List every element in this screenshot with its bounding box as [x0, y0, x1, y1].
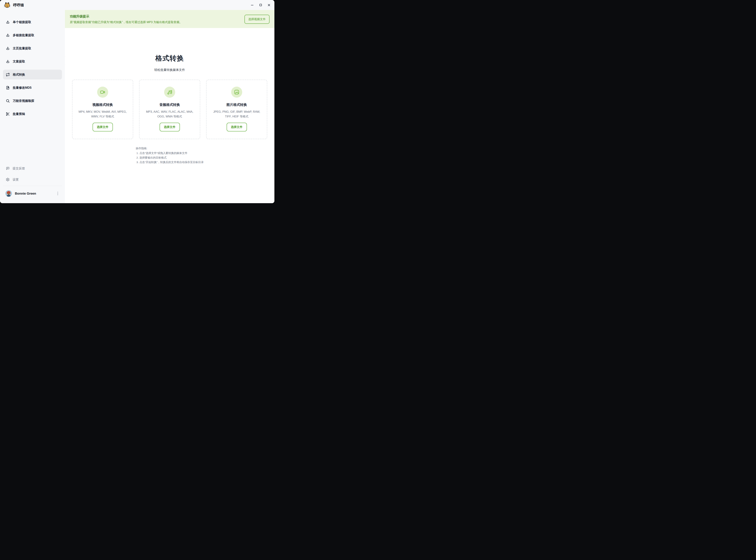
video-convert-card: 视频格式转换 MP4, MKV, MOV, WebM, AVI, MPEG, W… — [72, 80, 133, 139]
card-desc: MP3, AAC, WAV, FLAC, ALAC, M4A, OGG, WMA… — [143, 109, 196, 119]
app-window: 哼哼猫 单个链接提取 — [0, 0, 274, 203]
card-title: 视频格式转换 — [76, 102, 129, 107]
sidebar: 单个链接提取 多链接批量提取 主页批量提取 — [0, 10, 65, 203]
minimize-button[interactable] — [251, 3, 254, 7]
card-desc: JPEG, PNG, GIF, BMP, WebP, RAW, TIFF, HE… — [210, 109, 263, 119]
search-icon — [6, 99, 10, 103]
close-button[interactable] — [267, 3, 271, 7]
guide-step: 1. 点击“选择文件”或拖入要转换的媒体文件 — [136, 151, 203, 155]
sidebar-item-media-sniffer[interactable]: 万能音视频嗅探 — [3, 96, 62, 106]
guide-step: 3. 点击“开始转换”，转换后的文件将自动保存至目标目录 — [136, 160, 203, 164]
settings-item[interactable]: 设置 — [3, 175, 62, 184]
feedback-icon — [6, 166, 9, 170]
card-desc: MP4, MKV, MOV, WebM, AVI, MPEG, WMV, FLV… — [76, 109, 129, 119]
sidebar-item-label: 批量修改MD5 — [13, 85, 32, 90]
download-icon — [6, 33, 10, 37]
window-controls — [251, 3, 271, 7]
image-convert-card: 图片格式转换 JPEG, PNG, GIF, BMP, WebP, RAW, T… — [206, 80, 267, 139]
select-file-button-audio[interactable]: 选择文件 — [160, 123, 180, 132]
feedback-label: 提交反馈 — [13, 166, 25, 171]
select-video-file-button[interactable]: 选择视频文件 — [244, 15, 270, 24]
select-file-button-video[interactable]: 选择文件 — [93, 123, 113, 132]
sidebar-footer: 提交反馈 设置 Bonnie Green — [0, 163, 65, 203]
video-icon — [97, 87, 108, 98]
converter-cards: 视频格式转换 MP4, MKV, MOV, WebM, AVI, MPEG, W… — [72, 80, 267, 139]
sidebar-item-label: 格式转换 — [13, 73, 25, 77]
sidebar-item-multi-link-batch-extract[interactable]: 多链接批量提取 — [3, 30, 62, 40]
app-body: 单个链接提取 多链接批量提取 主页批量提取 — [0, 10, 274, 203]
audio-convert-card: 音频格式转换 MP3, AAC, WAV, FLAC, ALAC, M4A, O… — [139, 80, 200, 139]
banner-title: 功能升级提示 — [70, 14, 240, 19]
feedback-item[interactable]: 提交反馈 — [3, 163, 62, 173]
maximize-icon — [260, 4, 262, 6]
sidebar-item-format-convert[interactable]: 格式转换 — [3, 69, 62, 79]
image-icon — [231, 87, 242, 98]
sidebar-nav: 单个链接提取 多链接批量提取 主页批量提取 — [0, 10, 65, 122]
music-icon — [164, 87, 175, 98]
operation-guide: 操作指南: 1. 点击“选择文件”或拖入要转换的媒体文件 2. 选择要输出的目标… — [136, 146, 203, 164]
guide-heading: 操作指南: — [136, 146, 203, 151]
maximize-button[interactable] — [259, 3, 262, 7]
sidebar-item-label: 主页批量提取 — [13, 46, 31, 51]
sidebar-item-homepage-batch-extract[interactable]: 主页批量提取 — [3, 43, 62, 53]
select-file-button-image[interactable]: 选择文件 — [226, 123, 247, 132]
upgrade-banner: 功能升级提示 原“视频提取音频”功能已升级为“格式转换”，现在可通过选择 MP3… — [65, 10, 274, 28]
repeat-icon — [6, 73, 10, 77]
avatar — [5, 190, 12, 197]
card-title: 图片格式转换 — [210, 102, 263, 107]
titlebar: 哼哼猫 — [0, 0, 274, 10]
sidebar-item-label: 多链接批量提取 — [13, 33, 34, 37]
sidebar-item-batch-modify-md5[interactable]: 批量修改MD5 — [3, 83, 62, 93]
sidebar-item-batch-clip[interactable]: 批量剪辑 — [3, 109, 62, 119]
app-title: 哼哼猫 — [13, 3, 24, 7]
sidebar-item-label: 单个链接提取 — [13, 20, 31, 24]
card-title: 音频格式转换 — [143, 102, 196, 107]
user-profile[interactable]: Bonnie Green — [3, 186, 62, 203]
user-name: Bonnie Green — [15, 192, 36, 196]
file-edit-icon — [6, 86, 10, 90]
sidebar-item-label: 文案提取 — [13, 59, 25, 63]
banner-text: 功能升级提示 原“视频提取音频”功能已升级为“格式转换”，现在可通过选择 MP3… — [70, 14, 240, 24]
gear-icon — [6, 178, 9, 181]
download-icon — [6, 20, 10, 24]
sidebar-item-label: 批量剪辑 — [13, 112, 25, 116]
main-content: 功能升级提示 原“视频提取音频”功能已升级为“格式转换”，现在可通过选择 MP3… — [65, 10, 274, 203]
page-subtitle: 轻松批量转换媒体文件 — [65, 68, 274, 72]
sidebar-item-label: 万能音视频嗅探 — [13, 99, 34, 103]
app-logo-cat-icon — [4, 2, 11, 8]
banner-message: 原“视频提取音频”功能已升级为“格式转换”，现在可通过选择 MP3 为输出格式提… — [70, 20, 240, 24]
kebab-menu-icon[interactable] — [55, 191, 61, 197]
page-title: 格式转换 — [65, 54, 274, 63]
sidebar-item-single-link-extract[interactable]: 单个链接提取 — [3, 17, 62, 27]
sidebar-item-copy-extract[interactable]: 文案提取 — [3, 57, 62, 66]
download-icon — [6, 46, 10, 51]
download-icon — [6, 60, 10, 63]
scissors-icon — [6, 112, 10, 116]
settings-label: 设置 — [13, 177, 19, 182]
guide-step: 2. 选择要输出的目标格式 — [136, 155, 203, 160]
